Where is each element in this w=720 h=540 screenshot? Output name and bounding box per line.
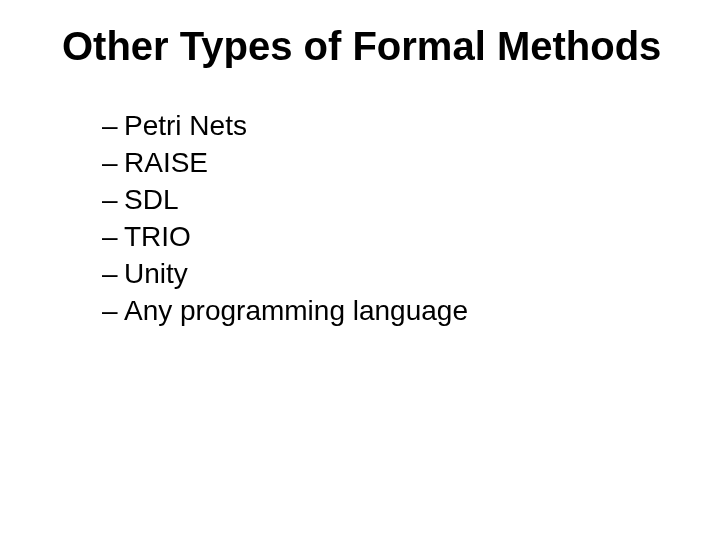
bullet-text: Any programming language xyxy=(124,293,468,328)
bullet-text: SDL xyxy=(124,182,178,217)
slide-title: Other Types of Formal Methods xyxy=(62,24,680,68)
bullet-text: Petri Nets xyxy=(124,108,247,143)
bullet-dash: – xyxy=(102,256,124,291)
list-item: – SDL xyxy=(102,182,468,217)
slide: Other Types of Formal Methods – Petri Ne… xyxy=(0,0,720,540)
list-item: – Any programming language xyxy=(102,293,468,328)
bullet-dash: – xyxy=(102,182,124,217)
bullet-text: TRIO xyxy=(124,219,191,254)
slide-body: – Petri Nets – RAISE – SDL – TRIO – Unit… xyxy=(102,108,468,330)
bullet-dash: – xyxy=(102,219,124,254)
bullet-dash: – xyxy=(102,145,124,180)
bullet-dash: – xyxy=(102,293,124,328)
bullet-text: Unity xyxy=(124,256,188,291)
bullet-text: RAISE xyxy=(124,145,208,180)
list-item: – RAISE xyxy=(102,145,468,180)
list-item: – Petri Nets xyxy=(102,108,468,143)
list-item: – TRIO xyxy=(102,219,468,254)
bullet-dash: – xyxy=(102,108,124,143)
list-item: – Unity xyxy=(102,256,468,291)
